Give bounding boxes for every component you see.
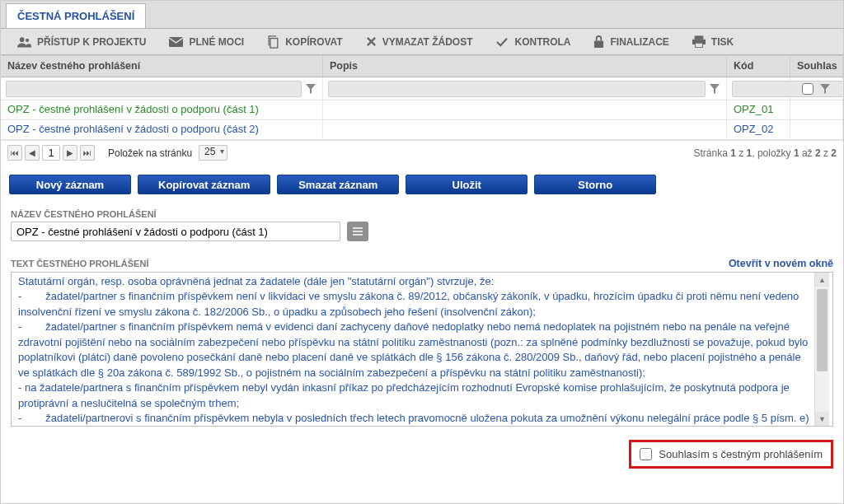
- svg-rect-5: [694, 35, 703, 39]
- svg-rect-3: [270, 38, 278, 48]
- users-icon: [17, 36, 31, 48]
- scroll-down-arrow[interactable]: ▼: [815, 412, 829, 426]
- toolbar-finalize[interactable]: FINALIZACE: [582, 29, 680, 55]
- action-buttons: Nový záznam Kopírovat záznam Smazat zázn…: [1, 165, 843, 199]
- consent-label: Souhlasím s čestným prohlášením: [659, 448, 823, 460]
- toolbar-print[interactable]: TISK: [681, 29, 745, 55]
- toolbar-copy[interactable]: KOPÍROVAT: [256, 29, 354, 55]
- row-consent: [790, 100, 843, 119]
- toolbar-access-label: PŘÍSTUP K PROJEKTU: [37, 36, 146, 48]
- filter-desc-input[interactable]: [328, 81, 706, 97]
- table-row[interactable]: OPZ - čestné prohlášení v žádosti o podp…: [1, 120, 843, 140]
- pager-last[interactable]: ⏭: [80, 145, 95, 161]
- svg-point-1: [26, 38, 29, 41]
- toolbar: PŘÍSTUP K PROJEKTU PLNÉ MOCI KOPÍROVAT V…: [1, 29, 843, 55]
- cancel-button[interactable]: Storno: [534, 175, 656, 194]
- row-name[interactable]: OPZ - čestné prohlášení v žádosti o podp…: [1, 100, 323, 119]
- delete-record-button[interactable]: Smazat záznam: [277, 175, 399, 194]
- print-icon: [692, 35, 706, 48]
- open-new-window-link[interactable]: Otevřít v novém okně: [729, 258, 833, 269]
- grid-header: Název čestného prohlášení Popis Kód Souh…: [1, 55, 843, 77]
- filter-name-input[interactable]: [6, 81, 302, 97]
- toolbar-print-label: TISK: [711, 36, 734, 48]
- svg-rect-2: [169, 37, 183, 47]
- filter-row: [1, 77, 843, 100]
- col-header-code[interactable]: Kód: [727, 56, 790, 77]
- row-consent: [790, 120, 843, 139]
- filter-funnel-name[interactable]: [304, 82, 317, 96]
- table-row[interactable]: OPZ - čestné prohlášení v žádosti o podp…: [1, 100, 843, 120]
- name-field-input[interactable]: [11, 222, 340, 241]
- row-name[interactable]: OPZ - čestné prohlášení v žádosti o podp…: [1, 120, 323, 139]
- toolbar-check[interactable]: KONTROLA: [484, 29, 582, 55]
- pager-size-label: Položek na stránku: [108, 147, 192, 159]
- pager-first[interactable]: ⏮: [7, 145, 22, 161]
- tab-bar: ČESTNÁ PROHLÁŠENÍ: [1, 1, 843, 29]
- pager: ⏮ ◀ ▶ ⏭ Položek na stránku 25 Stránka 1 …: [1, 140, 843, 165]
- filter-funnel-desc[interactable]: [708, 82, 721, 96]
- check-icon: [495, 37, 509, 47]
- new-record-button[interactable]: Nový záznam: [9, 175, 131, 194]
- pager-page-input[interactable]: [42, 145, 60, 161]
- toolbar-power-label: PLNÉ MOCI: [189, 36, 244, 48]
- row-desc: [323, 120, 727, 139]
- lock-icon: [593, 35, 604, 48]
- tab-declarations[interactable]: ČESTNÁ PROHLÁŠENÍ: [6, 3, 146, 28]
- toolbar-power-of-attorney[interactable]: PLNÉ MOCI: [157, 29, 256, 55]
- consent-box[interactable]: Souhlasím s čestným prohlášením: [629, 440, 833, 469]
- pager-info: Stránka 1 z 1, položky 1 až 2 z 2: [693, 147, 837, 159]
- pager-prev[interactable]: ◀: [25, 145, 40, 161]
- row-code: OPZ_02: [727, 120, 790, 139]
- declaration-text-box: Statutární orgán, resp. osoba oprávněná …: [11, 272, 833, 427]
- pager-next[interactable]: ▶: [63, 145, 77, 161]
- scroll-thumb[interactable]: [817, 289, 828, 371]
- pager-size-select[interactable]: 25: [199, 145, 227, 161]
- filter-funnel-consent[interactable]: [818, 82, 832, 96]
- row-code: OPZ_01: [727, 100, 790, 119]
- list-icon: [352, 226, 363, 236]
- col-header-name[interactable]: Název čestného prohlášení: [1, 56, 323, 77]
- svg-rect-7: [695, 43, 702, 47]
- mail-icon: [169, 37, 183, 47]
- col-header-consent[interactable]: Souhlas: [790, 56, 843, 77]
- toolbar-delete-label: VYMAZAT ŽÁDOST: [382, 36, 473, 48]
- toolbar-check-label: KONTROLA: [514, 36, 570, 48]
- save-button[interactable]: Uložit: [406, 175, 528, 194]
- name-field-label: NÁZEV ČESTNÉHO PROHLÁŠENÍ: [11, 209, 833, 219]
- toolbar-delete-request[interactable]: VYMAZAT ŽÁDOST: [354, 29, 485, 55]
- x-icon: [366, 36, 377, 47]
- filter-consent-checkbox[interactable]: [802, 83, 814, 95]
- svg-point-0: [20, 37, 25, 42]
- toolbar-access[interactable]: PŘÍSTUP K PROJEKTU: [6, 29, 157, 55]
- text-scrollbar[interactable]: ▲ ▼: [814, 273, 829, 426]
- scroll-up-arrow[interactable]: ▲: [815, 273, 829, 287]
- col-header-desc[interactable]: Popis: [323, 56, 727, 77]
- name-picker-button[interactable]: [347, 222, 368, 241]
- copy-icon: [267, 35, 279, 49]
- row-desc: [323, 100, 727, 119]
- toolbar-finalize-label: FINALIZACE: [610, 36, 668, 48]
- consent-checkbox[interactable]: [640, 448, 652, 460]
- declaration-text-label: TEXT ČESTNÉHO PROHLÁŠENÍ: [11, 259, 148, 268]
- declaration-text-content[interactable]: Statutární orgán, resp. osoba oprávněná …: [18, 273, 814, 426]
- toolbar-copy-label: KOPÍROVAT: [285, 36, 343, 48]
- copy-record-button[interactable]: Kopírovat záznam: [138, 175, 270, 194]
- svg-rect-4: [594, 41, 603, 48]
